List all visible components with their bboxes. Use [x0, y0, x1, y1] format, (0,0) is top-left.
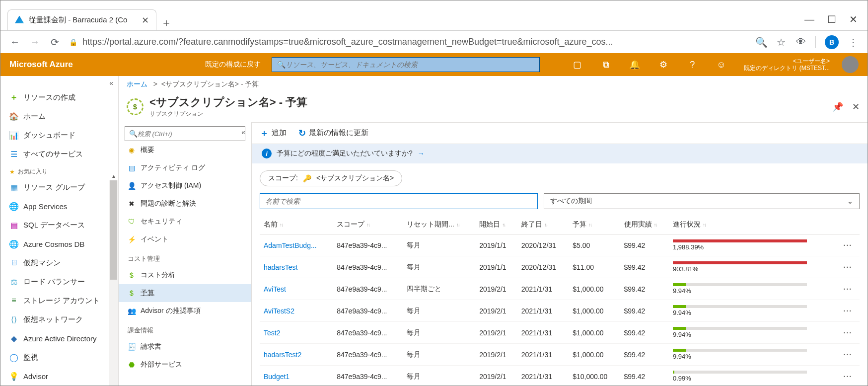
budget-icon: $: [127, 98, 144, 115]
refresh-button[interactable]: ↻最新の情報に更新: [298, 128, 368, 139]
url-display[interactable]: 🔒 https://portal.azure.com/?feature.canm…: [69, 37, 747, 47]
resource-menu-search[interactable]: 🔍: [125, 126, 245, 141]
cell-progress: 9.94%: [669, 322, 839, 344]
col-name[interactable]: 名前↑↓: [260, 215, 333, 234]
service-icon: ≡: [9, 296, 18, 305]
nav-fav-item[interactable]: ⟨⟩仮想ネットワーク: [0, 310, 118, 329]
col-scope[interactable]: スコープ↑↓: [333, 215, 403, 234]
scope-pill[interactable]: スコープ: 🔑 <サブスクリプション名>: [260, 170, 402, 186]
nav-fav-item[interactable]: 🖥仮想マシン: [0, 253, 118, 272]
nav-fav-item[interactable]: ▦リソース グループ: [0, 178, 118, 197]
browser-tab[interactable]: 従量課金制 - Barracuda 2 (Co ✕: [7, 9, 156, 30]
col-end[interactable]: 終了日↑↓: [517, 215, 569, 234]
row-more-button[interactable]: ···: [840, 300, 860, 322]
feedback-banner[interactable]: i 予算にどの程度ご満足いただいていますか? →: [252, 144, 868, 164]
menu-activity-log[interactable]: ▤アクティビティ ログ: [119, 159, 251, 177]
budget-name-link[interactable]: Test2: [260, 322, 333, 344]
help-icon[interactable]: ?: [681, 60, 703, 70]
reset-layout-button[interactable]: 既定の構成に戻す: [205, 60, 261, 69]
scroll-thumb[interactable]: [110, 180, 117, 280]
cell-end: 2020/12/31: [517, 256, 569, 278]
menu-iam[interactable]: 👤アクセス制御 (IAM): [119, 177, 251, 195]
browser-menu-icon[interactable]: ⋮: [848, 37, 859, 48]
menu-events[interactable]: ⚡イベント: [119, 231, 251, 248]
pin-icon[interactable]: 📌: [832, 101, 843, 112]
cell-budget: $11.00: [569, 256, 620, 278]
feedback-icon[interactable]: ☺: [710, 60, 732, 70]
azure-topbar: Microsoft Azure 既定の構成に戻す 🔍 ▢ ⧉ 🔔 ⚙ ? ☺ <…: [0, 53, 868, 76]
close-blade-icon[interactable]: ✕: [852, 101, 860, 112]
menu-budgets[interactable]: $予算: [119, 284, 251, 302]
nav-fav-item[interactable]: 🌐Azure Cosmos DB: [0, 234, 118, 253]
reload-icon[interactable]: ⟳: [49, 37, 60, 48]
scroll-up-icon[interactable]: ▲: [109, 171, 118, 180]
row-more-button[interactable]: ···: [840, 322, 860, 344]
browser-address-bar: ← → ⟳ 🔒 https://portal.azure.com/?featur…: [0, 30, 868, 53]
add-button[interactable]: ＋追加: [260, 127, 287, 139]
settings-icon[interactable]: ⚙: [652, 59, 674, 70]
directory-filter-icon[interactable]: ⧉: [595, 60, 617, 70]
menu-diagnose[interactable]: ✖問題の診断と解決: [119, 195, 251, 213]
budget-name-link[interactable]: Budget1: [260, 366, 333, 386]
menu-invoices[interactable]: 🧾請求書: [119, 338, 251, 356]
nav-home[interactable]: 🏠ホーム: [0, 107, 118, 126]
user-avatar[interactable]: [842, 56, 859, 73]
azure-brand[interactable]: Microsoft Azure: [9, 60, 198, 70]
cloud-shell-icon[interactable]: ▢: [566, 59, 588, 70]
nav-fav-item[interactable]: ◆Azure Active Directory: [0, 329, 118, 348]
budget-name-link[interactable]: AviTest: [260, 278, 333, 300]
left-nav-scrollbar[interactable]: ▲: [109, 180, 118, 386]
row-more-button[interactable]: ···: [840, 278, 860, 300]
forward-icon[interactable]: →: [29, 37, 40, 48]
window-minimize-icon[interactable]: —: [804, 14, 814, 25]
col-start[interactable]: 開始日↑↓: [475, 215, 517, 234]
budget-name-link[interactable]: AdamTestBudg...: [260, 234, 333, 256]
col-budget[interactable]: 予算↑↓: [569, 215, 620, 234]
budget-name-link[interactable]: hadarsTest: [260, 256, 333, 278]
col-actual[interactable]: 使用実績↑↓: [620, 215, 669, 234]
notifications-icon[interactable]: 🔔: [624, 59, 646, 70]
row-more-button[interactable]: ···: [840, 344, 860, 366]
budget-name-link[interactable]: hadarsTest2: [260, 344, 333, 366]
browser-profile-avatar[interactable]: B: [825, 35, 839, 49]
nav-dashboard[interactable]: 📊ダッシュボード: [0, 126, 118, 145]
nav-fav-item[interactable]: 🌐App Services: [0, 197, 118, 216]
col-progress[interactable]: 進行状況↑↓: [669, 215, 839, 234]
zoom-icon[interactable]: 🔍: [756, 37, 767, 48]
window-maximize-icon[interactable]: ☐: [827, 13, 836, 25]
row-more-button[interactable]: ···: [840, 256, 860, 278]
nav-fav-item[interactable]: ◯監視: [0, 348, 118, 367]
eye-icon[interactable]: 👁: [796, 37, 806, 48]
window-close-icon[interactable]: ✕: [849, 13, 858, 25]
budget-name-link[interactable]: AviTestS2: [260, 300, 333, 322]
collapse-nav-icon[interactable]: «: [109, 79, 113, 87]
resource-menu-search-input[interactable]: [138, 130, 241, 138]
name-filter[interactable]: [260, 193, 538, 209]
breadcrumb-home[interactable]: ホーム: [127, 80, 147, 88]
menu-security[interactable]: 🛡セキュリティ: [119, 213, 251, 231]
global-search[interactable]: 🔍: [272, 57, 540, 72]
close-tab-icon[interactable]: ✕: [142, 15, 149, 26]
name-filter-input[interactable]: [265, 197, 532, 205]
nav-all-services[interactable]: ☰すべてのサービス: [0, 145, 118, 163]
period-filter[interactable]: すべての期間 ⌄: [544, 193, 860, 209]
user-menu[interactable]: <ユーザー名> 既定のディレクトリ (MSTEST...: [744, 58, 830, 72]
collapse-resource-menu-icon[interactable]: «: [241, 128, 245, 136]
back-icon[interactable]: ←: [9, 37, 20, 48]
row-more-button[interactable]: ···: [840, 366, 860, 386]
star-icon[interactable]: ☆: [776, 37, 787, 48]
nav-fav-item[interactable]: ⚖ロード バランサー: [0, 272, 118, 291]
global-search-input[interactable]: [286, 61, 534, 69]
nav-fav-item[interactable]: ≡ストレージ アカウント: [0, 291, 118, 310]
col-reset[interactable]: リセット期間...↑↓: [403, 215, 475, 234]
row-more-button[interactable]: ···: [840, 234, 860, 256]
nav-fav-item[interactable]: 💡Advisor: [0, 367, 118, 386]
table-row: Test2 847e9a39-4c9... 毎月 2019/2/1 2021/1…: [260, 322, 860, 344]
menu-overview[interactable]: ◉概要: [119, 141, 251, 159]
menu-external[interactable]: ⬣外部サービス: [119, 356, 251, 374]
nav-fav-item[interactable]: ▤SQL データベース: [0, 216, 118, 234]
menu-advisor-recs[interactable]: 👥Advisor の推奨事項: [119, 302, 251, 320]
menu-cost-analysis[interactable]: $コスト分析: [119, 266, 251, 284]
nav-create-resource[interactable]: ＋リソースの作成: [0, 88, 118, 107]
new-tab-button[interactable]: ＋: [156, 15, 176, 30]
